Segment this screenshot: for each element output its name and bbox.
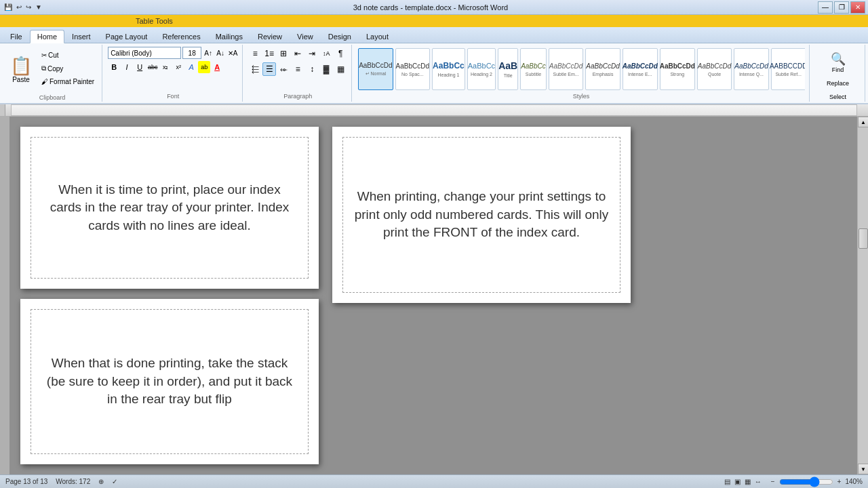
save-icon[interactable]: 💾 bbox=[3, 3, 14, 11]
customize-quick-access-icon[interactable]: ▼ bbox=[34, 3, 43, 11]
bold-button[interactable]: B bbox=[108, 61, 120, 73]
style-no-spacing-preview: AaBbCcDd bbox=[396, 62, 429, 70]
strikethrough-button[interactable]: abc bbox=[146, 61, 159, 73]
window-controls[interactable]: — ❐ ✕ bbox=[818, 1, 865, 14]
select-button[interactable]: Select bbox=[815, 92, 861, 102]
justify-button[interactable]: ≡ bbox=[291, 62, 304, 76]
tab-design[interactable]: Design bbox=[321, 30, 359, 43]
zoom-in-button[interactable]: + bbox=[837, 478, 842, 485]
style-intense-emphasis[interactable]: AaBbCcDd Intense E... bbox=[623, 48, 658, 90]
card-3-inner[interactable]: When that is done printing, take the sta… bbox=[31, 309, 309, 454]
italic-button[interactable]: I bbox=[121, 61, 133, 73]
view-outline-button[interactable]: ↔ bbox=[755, 478, 762, 485]
grow-font-button[interactable]: A↑ bbox=[203, 47, 214, 58]
numbering-button[interactable]: 1≡ bbox=[262, 47, 276, 60]
style-intense-quote[interactable]: AaBbCcDd Intense Q... bbox=[734, 48, 768, 90]
text-highlight-button[interactable]: ab bbox=[198, 61, 210, 73]
view-print-button[interactable]: ▤ bbox=[724, 478, 730, 485]
shading-button[interactable]: ▓ bbox=[319, 62, 333, 76]
scroll-up-button[interactable]: ▲ bbox=[858, 117, 868, 127]
zoom-slider[interactable] bbox=[779, 476, 833, 487]
replace-button[interactable]: Replace bbox=[815, 78, 861, 89]
tab-home[interactable]: Home bbox=[30, 30, 64, 43]
style-title[interactable]: AaB Title bbox=[498, 48, 518, 90]
ribbon-tabs[interactable]: File Home Insert Page Layout References … bbox=[0, 27, 868, 43]
page-1: When it is time to print, place our inde… bbox=[20, 127, 319, 289]
card-2-inner[interactable]: When printing, change your print setting… bbox=[342, 137, 620, 293]
minimize-button[interactable]: — bbox=[818, 1, 833, 14]
underline-button[interactable]: U bbox=[134, 61, 146, 73]
line-spacing-button[interactable]: ↕ bbox=[305, 62, 319, 76]
zoom-level[interactable]: 140% bbox=[845, 478, 863, 485]
style-no-spacing[interactable]: AaBbCcDd No Spac... bbox=[395, 48, 430, 90]
style-subtle-emphasis[interactable]: AaBbCcDd Subtle Em... bbox=[549, 48, 583, 90]
style-quote[interactable]: AaBbCcDd Quote bbox=[697, 48, 732, 90]
tab-review[interactable]: Review bbox=[250, 30, 290, 43]
style-subtle-ref-preview: AaBbCcDd bbox=[770, 62, 805, 70]
align-center-button[interactable]: ☰ bbox=[262, 62, 276, 76]
increase-indent-button[interactable]: ⇥ bbox=[305, 47, 319, 60]
scroll-thumb[interactable] bbox=[859, 228, 868, 249]
font-size-input[interactable] bbox=[182, 47, 201, 59]
style-emphasis[interactable]: AaBbCcDd Emphasis bbox=[585, 48, 620, 90]
shrink-font-button[interactable]: A↓ bbox=[215, 47, 226, 58]
language-icon: ⊕ bbox=[98, 478, 104, 485]
card-1-inner[interactable]: When it is time to print, place our inde… bbox=[31, 137, 309, 279]
style-subtitle[interactable]: AaBbCc Subtitle bbox=[520, 48, 547, 90]
tab-mailings[interactable]: Mailings bbox=[208, 30, 250, 43]
borders-button[interactable]: ▦ bbox=[334, 62, 347, 76]
paste-button[interactable]: 📋 Paste bbox=[7, 47, 35, 93]
close-button[interactable]: ✕ bbox=[850, 1, 865, 14]
align-left-button[interactable]: ⬱ bbox=[248, 62, 262, 76]
show-formatting-button[interactable]: ¶ bbox=[334, 47, 347, 60]
clipboard-group: 📋 Paste ✂ Cut ⧉ Copy 🖌 Format Painter Cl… bbox=[3, 45, 102, 102]
view-fullscreen-button[interactable]: ▣ bbox=[734, 478, 741, 485]
tab-references[interactable]: References bbox=[155, 30, 208, 43]
table-tools-label: Table Tools bbox=[136, 17, 173, 25]
style-subtle-emphasis-label: Subtle Em... bbox=[553, 72, 578, 77]
view-web-button[interactable]: ▦ bbox=[745, 478, 751, 485]
styles-label: Styles bbox=[357, 93, 805, 100]
superscript-button[interactable]: x² bbox=[172, 61, 184, 73]
doc-content: When it is time to print, place our inde… bbox=[0, 117, 868, 474]
style-heading2[interactable]: AaBbCc Heading 2 bbox=[467, 48, 496, 90]
word-count: Words: 172 bbox=[56, 478, 90, 485]
multilevel-list-button[interactable]: ⊞ bbox=[277, 47, 290, 60]
tab-page-layout[interactable]: Page Layout bbox=[98, 30, 155, 43]
cut-button[interactable]: ✂ Cut bbox=[38, 49, 98, 61]
style-heading1[interactable]: AaBbCc Heading 1 bbox=[432, 48, 465, 90]
font-color-button[interactable]: A bbox=[211, 61, 223, 73]
style-heading1-preview: AaBbCc bbox=[433, 61, 465, 70]
status-right[interactable]: ▤ ▣ ▦ ↔ − + 140% bbox=[724, 476, 863, 487]
redo-icon[interactable]: ↪ bbox=[24, 3, 33, 11]
text-effects-button[interactable]: A bbox=[185, 61, 197, 73]
tab-insert[interactable]: Insert bbox=[64, 30, 98, 43]
find-button[interactable]: 🔍 Find bbox=[815, 49, 861, 75]
tab-layout[interactable]: Layout bbox=[359, 30, 396, 43]
style-subtle-ref[interactable]: AaBbCcDd Subtle Ref... bbox=[771, 48, 805, 90]
align-right-button[interactable]: ⬰ bbox=[277, 62, 290, 76]
scroll-track[interactable] bbox=[858, 127, 868, 464]
style-intense-quote-preview: AaBbCcDd bbox=[734, 62, 768, 70]
tab-file[interactable]: File bbox=[3, 30, 30, 43]
copy-button[interactable]: ⧉ Copy bbox=[38, 62, 98, 75]
bullets-button[interactable]: ≡ bbox=[248, 47, 262, 60]
subscript-button[interactable]: x₂ bbox=[159, 61, 172, 73]
zoom-out-button[interactable]: − bbox=[771, 478, 775, 485]
paste-icon: 📋 bbox=[10, 57, 32, 75]
format-painter-button[interactable]: 🖌 Format Painter bbox=[38, 76, 98, 87]
quick-access-toolbar[interactable]: 💾 ↩ ↪ ▼ bbox=[3, 3, 43, 11]
vertical-scrollbar[interactable]: ▲ ▼ bbox=[857, 117, 868, 474]
tab-view[interactable]: View bbox=[290, 30, 321, 43]
clear-formatting-button[interactable]: ✕A bbox=[227, 47, 238, 58]
font-group: A↑ A↓ ✕A B I U abc x₂ x² A ab A Font bbox=[104, 45, 243, 102]
style-normal[interactable]: AaBbCcDd ↵ Normal bbox=[358, 48, 393, 90]
font-name-input[interactable] bbox=[108, 47, 181, 59]
style-strong[interactable]: AaBbCcDd Strong bbox=[660, 48, 695, 90]
ribbon: 📋 Paste ✂ Cut ⧉ Copy 🖌 Format Painter Cl… bbox=[0, 43, 868, 104]
restore-button[interactable]: ❐ bbox=[834, 1, 849, 14]
undo-icon[interactable]: ↩ bbox=[15, 3, 23, 11]
decrease-indent-button[interactable]: ⇤ bbox=[291, 47, 304, 60]
sort-button[interactable]: ↕A bbox=[319, 47, 333, 60]
scroll-down-button[interactable]: ▼ bbox=[858, 464, 868, 474]
